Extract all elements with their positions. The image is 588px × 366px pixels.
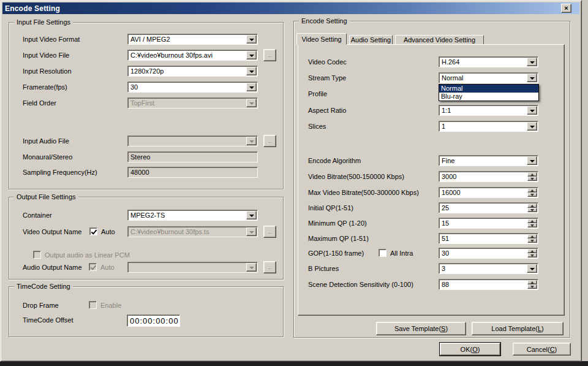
input-video-file-select[interactable]: C:¥video¥burnout 30fps.avi	[127, 50, 258, 61]
spin-down-icon[interactable]	[527, 193, 537, 197]
video-codec-select[interactable]: H.264	[439, 56, 538, 67]
dropdown-option-bluray[interactable]: Blu-ray	[439, 93, 538, 101]
video-bitrate-input[interactable]: 3000	[439, 171, 538, 182]
scene-detection-row: Scene Detection Sensitivity (0-100) 88	[298, 279, 564, 290]
container-select[interactable]: MPEG2-TS	[127, 210, 258, 221]
close-button[interactable]: ×	[561, 4, 571, 13]
b-pictures-label: B Pictures	[308, 263, 339, 274]
audio-output-auto-label: Auto	[100, 262, 115, 273]
video-output-name-row: Video Output Name Auto C:¥video¥burnout …	[9, 226, 283, 237]
combo-value: 30	[130, 83, 256, 92]
max-video-bitrate-input[interactable]: 16000	[439, 187, 538, 198]
chevron-down-icon	[246, 99, 257, 107]
spin-up-icon[interactable]	[527, 280, 537, 284]
scene-detection-input[interactable]: 88	[439, 279, 538, 290]
encode-setting-group: Encode Setting Video Setting Audio Setti…	[293, 21, 570, 338]
chevron-down-icon[interactable]	[527, 106, 537, 115]
field-order-select-disabled: TopFirst	[127, 97, 258, 109]
spin-up-icon[interactable]	[527, 219, 537, 223]
chevron-down-icon[interactable]	[246, 211, 257, 219]
timecode-setting-group: TimeCode Setting Drop Frame Enable TimeC…	[9, 286, 284, 337]
spin-down-icon[interactable]	[527, 284, 537, 289]
dropdown-option-normal[interactable]: Normal	[439, 85, 538, 93]
spin-down-icon[interactable]	[527, 208, 537, 212]
max-video-bitrate-label: Max Video Bitrate(500-300000 Kbps)	[308, 187, 419, 198]
ok-button[interactable]: OK(O)	[440, 343, 500, 356]
spin-down-icon[interactable]	[527, 253, 537, 257]
input-resolution-label: Input Resolution	[23, 66, 72, 77]
all-intra-checkbox[interactable]	[379, 249, 386, 257]
titlebar[interactable]: Encode Setting ×	[2, 2, 579, 14]
save-template-button[interactable]: Save Template(S)	[376, 322, 466, 335]
group-title: TimeCode Setting	[14, 283, 73, 291]
tab-video-setting[interactable]: Video Setting	[296, 33, 347, 45]
monaural-stereo-label: Monaural/Stereo	[23, 151, 72, 162]
chevron-down-icon[interactable]	[246, 51, 257, 59]
chevron-down-icon	[246, 263, 257, 272]
maximum-qp-input[interactable]: 51	[439, 233, 538, 244]
aspect-ratio-label: Aspect Ratio	[308, 105, 346, 116]
field-value: 25	[442, 204, 537, 213]
combo-value: 1:1	[442, 106, 537, 115]
encode-setting-dialog: Encode Setting × Input File Settings Inp…	[0, 0, 582, 362]
combo-value: Fine	[442, 156, 537, 166]
maximum-qp-row: Maximum QP (1-51) 51	[298, 233, 564, 244]
input-audio-file-select-disabled	[127, 135, 258, 147]
video-output-auto-checkbox[interactable]	[89, 227, 97, 235]
initial-qp-label: Initial QP(1-51)	[308, 202, 353, 213]
slices-select[interactable]: 1	[439, 121, 538, 132]
minimum-qp-input[interactable]: 15	[439, 218, 538, 229]
b-pictures-select[interactable]: 3	[439, 263, 538, 274]
chevron-down-icon[interactable]	[527, 156, 537, 165]
input-video-format-row: Input Video Format AVI / MPEG2	[9, 34, 283, 45]
drop-frame-row: Drop Frame Enable	[9, 300, 283, 311]
field-value: 51	[442, 234, 537, 243]
audio-output-name-select-disabled	[127, 262, 258, 273]
slices-label: Slices	[308, 121, 326, 132]
chevron-down-icon[interactable]	[527, 74, 537, 82]
tab-advanced-video-setting[interactable]: Advanced Video Setting	[395, 35, 484, 45]
sampling-frequency-row: Sampling Frequency(Hz) 48000	[9, 167, 283, 178]
spin-up-icon[interactable]	[527, 172, 537, 177]
spin-down-icon[interactable]	[527, 223, 537, 227]
aspect-ratio-select[interactable]: 1:1	[439, 105, 538, 116]
chevron-down-icon[interactable]	[246, 67, 257, 75]
tab-audio-setting[interactable]: Audio Setting	[349, 35, 393, 45]
monaural-stereo-readonly-field: Stereo	[127, 151, 258, 162]
chevron-down-icon[interactable]	[527, 264, 537, 273]
chevron-down-icon[interactable]	[527, 122, 537, 131]
stream-type-select[interactable]: Normal	[439, 72, 538, 83]
spin-down-icon[interactable]	[527, 238, 537, 243]
browse-audio-output-button-disabled: ..	[263, 261, 276, 273]
spin-up-icon[interactable]	[527, 249, 537, 253]
output-file-settings-group: Output File Settings Container MPEG2-TS …	[9, 197, 284, 280]
chevron-down-icon[interactable]	[527, 58, 537, 66]
input-video-format-select[interactable]: AVI / MPEG2	[127, 34, 258, 45]
spin-up-icon[interactable]	[527, 188, 537, 193]
initial-qp-input[interactable]: 25	[439, 202, 538, 213]
load-template-button[interactable]: Load Template(L)	[472, 322, 564, 335]
slices-row: Slices 1	[298, 121, 564, 132]
stream-type-label: Stream Type	[308, 72, 346, 83]
field-value: 48000	[130, 168, 256, 177]
spin-up-icon[interactable]	[527, 234, 537, 238]
chevron-down-icon[interactable]	[246, 83, 257, 91]
sampling-frequency-readonly-field: 48000	[127, 167, 258, 178]
combo-value: C:¥video¥burnout 30fps.ts	[130, 227, 256, 237]
field-value: 16000	[442, 188, 537, 197]
gop-input[interactable]: 30	[439, 248, 538, 259]
cancel-button[interactable]: Cancel(C)	[513, 343, 571, 356]
field-order-row: Field Order TopFirst	[9, 97, 283, 109]
combo-value: TopFirst	[130, 99, 256, 108]
timecode-offset-input[interactable]: 00:00:00:00	[127, 315, 180, 327]
input-video-file-row: Input Video File C:¥video¥burnout 30fps.…	[9, 50, 283, 61]
chevron-down-icon[interactable]	[246, 35, 257, 44]
gop-row: GOP(1-150 frame) All Intra 30	[298, 248, 564, 259]
spin-down-icon[interactable]	[527, 177, 537, 181]
browse-video-file-button[interactable]: ..	[263, 49, 276, 61]
field-value: 88	[442, 280, 537, 289]
framerate-select[interactable]: 30	[127, 82, 258, 93]
input-resolution-select[interactable]: 1280x720p	[127, 66, 258, 77]
spin-up-icon[interactable]	[527, 204, 537, 208]
encode-algorithm-select[interactable]: Fine	[439, 155, 538, 166]
